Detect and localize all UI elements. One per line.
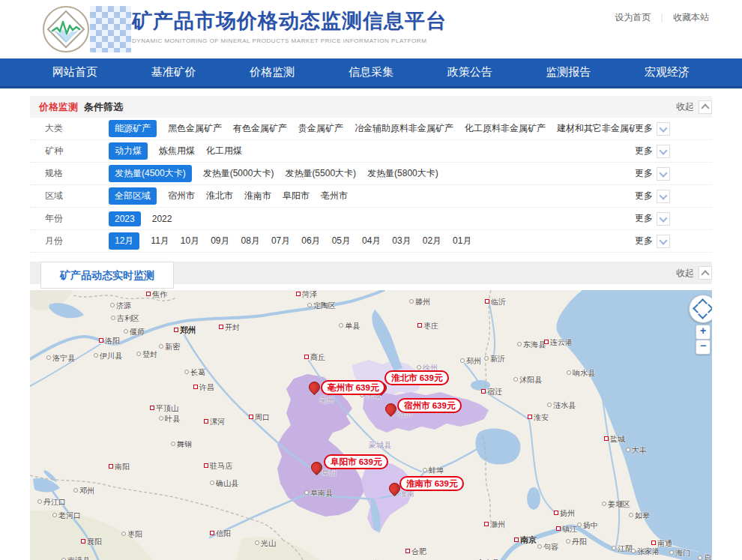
price-map[interactable]: 焦作济源吉利区偃师洛阳洛宁县伊川县登封新密郑州开封长葛许昌平顶山叶县漯河周口舞钢…: [30, 290, 712, 560]
filter-options: 发热量(4500大卡)发热量(5000大卡)发热量(5500大卡)发热量(580…: [109, 165, 635, 182]
filter-option[interactable]: 黑色金属矿产: [168, 120, 222, 137]
nav-item-2[interactable]: 基准矿价: [142, 65, 205, 79]
city-name: 南通: [657, 539, 672, 547]
filter-header: 价格监测 条件筛选 收起: [30, 96, 712, 118]
filter-row: 月份12月11月10月09月08月07月06月05月04月03月02月01月更多: [30, 230, 712, 253]
filter-option[interactable]: 建材和其它非金属矿产: [557, 120, 635, 137]
nav-item-3[interactable]: 价格监测: [241, 65, 304, 79]
chevron-down-icon[interactable]: [657, 190, 670, 203]
filter-option[interactable]: 阜阳市: [283, 187, 310, 205]
filter-option[interactable]: 冶金辅助原料非金属矿产: [355, 120, 453, 137]
price-marker-label[interactable]: 淮南市 639元: [399, 476, 464, 491]
filter-option[interactable]: 01月: [453, 232, 471, 250]
city-name: 南漳县: [67, 556, 90, 560]
map-city-label: 商丘: [304, 353, 325, 362]
price-marker-label[interactable]: 阜阳市 639元: [324, 454, 388, 469]
city-dot-icon: [174, 328, 178, 332]
filter-option[interactable]: 07月: [271, 232, 290, 250]
city-name: 枣阳: [127, 530, 142, 538]
zoom-out-button[interactable]: −: [696, 340, 711, 355]
favorite-link[interactable]: 收藏本站: [673, 12, 709, 22]
city-name: 吉利区: [117, 314, 139, 322]
filter-option[interactable]: 04月: [362, 232, 381, 250]
more-button[interactable]: 更多: [635, 167, 670, 181]
map-pin-icon[interactable]: [310, 461, 323, 475]
filter-option[interactable]: 10月: [181, 232, 199, 250]
set-home-link[interactable]: 设为首页: [615, 12, 651, 22]
chevron-down-icon[interactable]: [657, 212, 670, 226]
chevron-down-icon[interactable]: [657, 145, 670, 158]
nav-item-6[interactable]: 监测报告: [537, 65, 600, 79]
city-dot-icon: [417, 323, 422, 328]
monitor-tab[interactable]: 矿产品动态实时监测: [40, 262, 174, 289]
filter-option[interactable]: 05月: [332, 232, 351, 250]
monitor-collapse[interactable]: 收起: [676, 266, 712, 280]
map-pan-control[interactable]: [689, 295, 712, 323]
nav-item-1[interactable]: 网站首页: [43, 65, 106, 79]
filter-option[interactable]: 2023: [109, 211, 141, 226]
price-marker-label[interactable]: 亳州市 639元: [321, 380, 385, 395]
filter-option[interactable]: 淮北市: [206, 187, 233, 205]
more-button[interactable]: 更多: [635, 235, 670, 248]
filter-option[interactable]: 宿州市: [168, 187, 195, 205]
filter-option[interactable]: 全部区域: [109, 187, 157, 205]
filter-option[interactable]: 09月: [211, 232, 229, 250]
filter-option[interactable]: 亳州市: [321, 187, 348, 205]
city-name: 蒙城县: [369, 441, 391, 449]
filter-collapse[interactable]: 收起: [676, 100, 712, 114]
more-button[interactable]: 更多: [635, 122, 670, 136]
nav-item-4[interactable]: 信息采集: [340, 65, 402, 79]
map-city-label: 滕州: [409, 298, 430, 307]
city-dot-icon: [339, 323, 343, 328]
city-dot-icon: [556, 526, 561, 531]
filter-option[interactable]: 发热量(5800大卡): [367, 165, 438, 182]
city-dot-icon: [304, 490, 309, 495]
filter-option[interactable]: 炼焦用煤: [159, 142, 195, 160]
chevron-down-icon[interactable]: [657, 122, 670, 136]
map-city-label: 阜南县: [304, 489, 333, 498]
filter-option[interactable]: 动力煤: [109, 142, 148, 160]
chevron-down-icon[interactable]: [657, 167, 670, 181]
filter-option[interactable]: 能源矿产: [109, 120, 157, 137]
filter-option[interactable]: 发热量(4500大卡): [109, 165, 192, 182]
filter-option[interactable]: 化工用煤: [206, 142, 242, 160]
map-pin-icon[interactable]: [308, 381, 321, 394]
collapse-label[interactable]: 收起: [676, 100, 694, 113]
city-dot-icon: [210, 481, 214, 485]
filter-option[interactable]: 03月: [392, 232, 411, 250]
map-city-label: 海门: [669, 549, 690, 558]
chevron-up-icon[interactable]: [699, 266, 712, 280]
map-pin-icon[interactable]: [384, 403, 397, 416]
filter-option[interactable]: 08月: [241, 232, 260, 250]
chevron-down-icon[interactable]: [657, 235, 670, 248]
more-button[interactable]: 更多: [635, 212, 670, 226]
more-button[interactable]: 更多: [635, 190, 670, 203]
chevron-up-icon[interactable]: [699, 100, 712, 114]
filter-option[interactable]: 12月: [109, 232, 139, 250]
nav-item-5[interactable]: 政策公告: [438, 65, 501, 79]
price-marker-label[interactable]: 淮北市 639元: [384, 370, 449, 385]
filter-option[interactable]: 02月: [423, 232, 441, 250]
filter-option[interactable]: 淮南市: [244, 187, 271, 205]
filter-option[interactable]: 11月: [151, 232, 169, 250]
city-name: 邓州: [79, 487, 94, 495]
map-city-label: 涟水县: [547, 401, 576, 410]
city-dot-icon: [460, 358, 465, 363]
map-city-label: 襄阳: [81, 538, 102, 547]
filter-option[interactable]: 06月: [301, 232, 320, 250]
filter-option[interactable]: 贵金属矿产: [298, 120, 343, 137]
filter-option[interactable]: 化工原料非金属矿产: [465, 120, 546, 137]
nav-item-7[interactable]: 宏观经济: [636, 65, 699, 79]
filter-option[interactable]: 发热量(5500大卡): [285, 165, 356, 182]
filter-option[interactable]: 发热量(5000大卡): [203, 165, 274, 182]
city-dot-icon: [669, 550, 674, 555]
more-button[interactable]: 更多: [635, 145, 670, 158]
filter-option[interactable]: 2022: [152, 211, 172, 226]
price-marker-label[interactable]: 宿州市 639元: [397, 398, 462, 413]
city-name: 商丘: [310, 353, 325, 361]
map-city-label: 光山: [255, 539, 276, 548]
collapse-label[interactable]: 收起: [676, 267, 694, 280]
filter-option[interactable]: 有色金属矿产: [233, 120, 287, 137]
zoom-in-button[interactable]: +: [696, 325, 711, 340]
map-city-label: 驻马店: [204, 462, 232, 471]
